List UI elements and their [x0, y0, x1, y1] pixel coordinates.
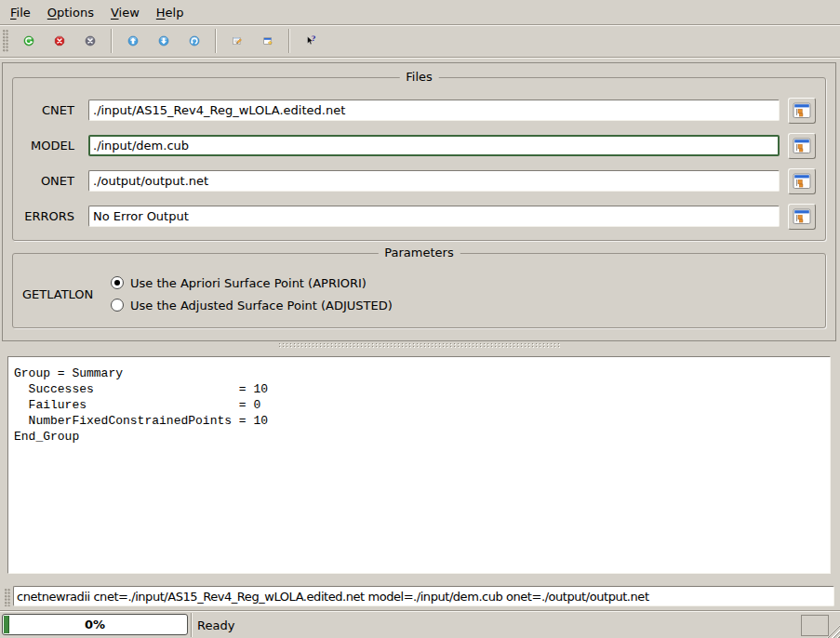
toolbar-drag-handle[interactable]: [3, 30, 9, 52]
cnet-input[interactable]: [88, 100, 780, 121]
model-label: MODEL: [13, 139, 74, 153]
cnet-row: CNET: [13, 100, 825, 121]
new-window-button[interactable]: [256, 29, 280, 53]
edit-history-button[interactable]: [225, 29, 249, 53]
cnet-browse-button[interactable]: [788, 98, 816, 124]
errors-input[interactable]: [88, 206, 780, 227]
redo-icon: [189, 30, 200, 52]
edit-history-icon: [232, 30, 243, 52]
menu-bar: File Options View Help: [0, 0, 840, 25]
toolbar-separator: [215, 29, 216, 53]
files-groupbox: Files CNET MODEL: [12, 77, 826, 241]
exit-button[interactable]: [78, 29, 102, 53]
browse-file-icon: [793, 138, 811, 154]
whats-this-button[interactable]: ?: [299, 29, 323, 53]
errors-browse-button[interactable]: [788, 204, 816, 230]
commandline-drag-handle[interactable]: [5, 589, 11, 606]
progress-bar: 0%: [2, 614, 188, 635]
cnet-label: CNET: [13, 103, 74, 117]
run-icon: [23, 30, 34, 52]
menu-view-label: V: [111, 6, 119, 20]
model-input[interactable]: [88, 135, 780, 156]
onet-label: ONET: [13, 174, 74, 188]
menu-file[interactable]: File: [2, 3, 39, 22]
status-message: Ready: [197, 611, 234, 638]
log-output[interactable]: Group = Summary Successes = 10 Failures …: [7, 356, 831, 574]
getlatlon-adjusted-label: Use the Adjusted Surface Point (ADJUSTED…: [130, 299, 393, 312]
splitter-handle[interactable]: [279, 343, 561, 349]
progress-percent: 0%: [3, 615, 187, 634]
toolbar-separator: [111, 29, 112, 53]
menu-options-label: O: [47, 6, 57, 20]
getlatlon-apriori-label: Use the Apriori Surface Point (APRIORI): [130, 276, 367, 290]
browse-file-icon: [793, 208, 811, 225]
menu-help[interactable]: Help: [148, 3, 193, 22]
next-history-button[interactable]: [152, 29, 176, 53]
errors-row: ERRORS: [13, 206, 825, 227]
new-window-icon: [262, 30, 273, 52]
getlatlon-adjusted-radio[interactable]: Use the Adjusted Surface Point (ADJUSTED…: [111, 297, 393, 313]
parameter-panel: Files CNET MODEL: [2, 62, 836, 341]
getlatlon-apriori-radio[interactable]: Use the Apriori Surface Point (APRIORI): [111, 274, 367, 291]
radio-button-icon: [111, 299, 124, 312]
commandline-input[interactable]: [13, 586, 834, 606]
stop-icon: [54, 30, 65, 52]
onet-input[interactable]: [88, 170, 780, 192]
run-button[interactable]: [17, 29, 41, 53]
previous-history-button[interactable]: [121, 29, 145, 53]
app-window: File Options View Help: [0, 0, 840, 638]
model-browse-button[interactable]: [788, 133, 816, 159]
onet-browse-button[interactable]: [788, 168, 816, 194]
menu-options[interactable]: Options: [39, 3, 102, 22]
toolbar: ?: [0, 25, 840, 58]
statusbar-separator: [191, 613, 192, 637]
redo-button[interactable]: [182, 29, 207, 53]
getlatlon-label: GETLATLON: [22, 287, 93, 301]
statusbar-frame: [801, 615, 829, 636]
parameters-groupbox-title: Parameters: [378, 246, 460, 259]
exit-icon: [85, 30, 96, 52]
errors-label: ERRORS: [13, 209, 74, 223]
menu-help-label: H: [156, 6, 166, 20]
down-arrow-icon: [158, 30, 169, 52]
browse-file-icon: [793, 173, 811, 190]
toolbar-separator: [288, 29, 289, 53]
menu-view[interactable]: View: [102, 3, 148, 22]
parameters-groupbox: Parameters GETLATLON Use the Apriori Sur…: [12, 253, 826, 328]
model-row: MODEL: [13, 135, 825, 156]
log-output-text: Group = Summary Successes = 10 Failures …: [14, 366, 824, 445]
browse-file-icon: [793, 102, 811, 119]
radio-button-icon: [111, 276, 124, 289]
onet-row: ONET: [13, 170, 825, 192]
stop-button[interactable]: [47, 29, 72, 53]
whats-this-icon: ?: [305, 30, 316, 52]
up-arrow-icon: [127, 30, 139, 52]
status-bar: 0% Ready: [0, 610, 840, 638]
files-groupbox-title: Files: [399, 70, 439, 84]
svg-text:?: ?: [311, 34, 315, 43]
